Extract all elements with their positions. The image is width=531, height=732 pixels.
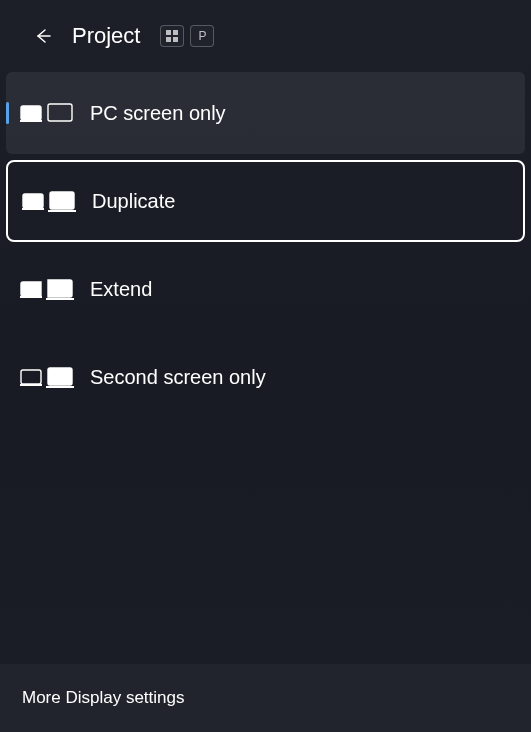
- option-second-screen-only[interactable]: Second screen only: [6, 336, 525, 418]
- footer-link-bar[interactable]: More Display settings: [0, 664, 531, 732]
- svg-rect-9: [48, 368, 72, 385]
- svg-rect-2: [166, 37, 171, 42]
- second-screen-only-icon: [20, 362, 74, 392]
- svg-rect-4: [21, 106, 41, 120]
- option-label: Duplicate: [92, 190, 175, 213]
- p-key-badge: P: [190, 25, 214, 47]
- shortcut-hint: P: [160, 25, 214, 47]
- duplicate-icon: [22, 186, 76, 216]
- panel-title: Project: [72, 23, 140, 49]
- extend-icon: [20, 274, 74, 304]
- option-pc-screen-only[interactable]: PC screen only: [6, 72, 525, 154]
- svg-rect-1: [173, 30, 178, 35]
- projection-options-list: PC screen only Duplicate Extend: [0, 68, 531, 418]
- panel-header: Project P: [0, 0, 531, 68]
- svg-rect-6: [23, 194, 43, 208]
- svg-rect-5: [48, 104, 72, 121]
- back-button[interactable]: [28, 22, 56, 50]
- option-label: Second screen only: [90, 366, 266, 389]
- option-label: Extend: [90, 278, 152, 301]
- svg-rect-7: [50, 192, 74, 209]
- more-display-settings-link: More Display settings: [22, 688, 185, 708]
- svg-rect-3: [173, 37, 178, 42]
- svg-rect-8: [21, 370, 41, 384]
- option-duplicate[interactable]: Duplicate: [6, 160, 525, 242]
- option-extend[interactable]: Extend: [6, 248, 525, 330]
- windows-key-icon: [160, 25, 184, 47]
- back-arrow-icon: [32, 26, 52, 46]
- pc-screen-only-icon: [20, 98, 74, 128]
- svg-rect-0: [166, 30, 171, 35]
- option-label: PC screen only: [90, 102, 226, 125]
